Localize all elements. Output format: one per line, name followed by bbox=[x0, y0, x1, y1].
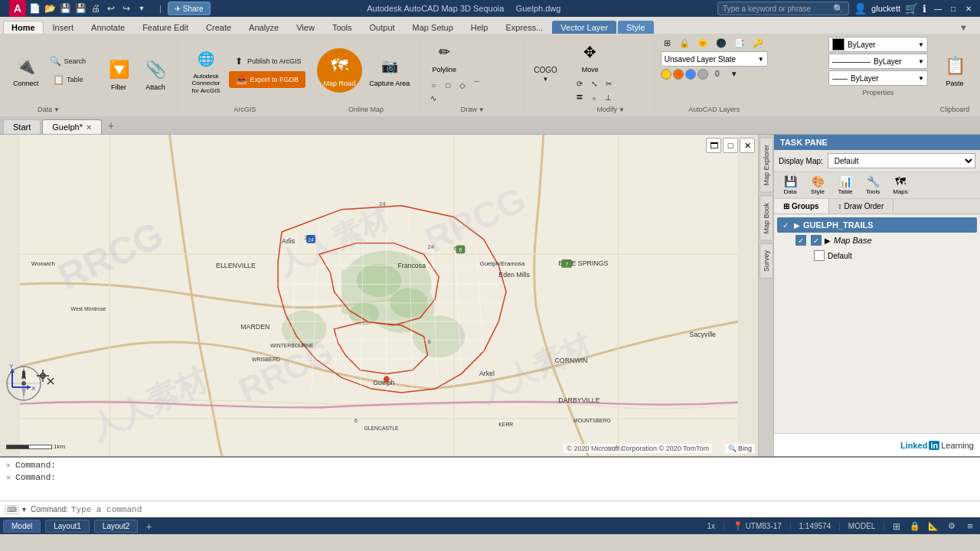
tab-create[interactable]: Create bbox=[198, 21, 240, 34]
user-icon[interactable]: 👤 bbox=[854, 2, 867, 15]
layers-tool-4[interactable]: 🌑 bbox=[713, 37, 730, 50]
grid-toggle[interactable]: ⊞ bbox=[890, 520, 903, 533]
draw-tool-1[interactable]: ○ bbox=[426, 78, 440, 92]
new-btn[interactable]: 📄 bbox=[28, 2, 41, 15]
draw-order-tab[interactable]: ↕ Draw Order bbox=[829, 199, 894, 214]
tab-insert[interactable]: Insert bbox=[44, 21, 83, 34]
undo-btn[interactable]: ↩ bbox=[104, 2, 118, 15]
map-base-expand[interactable]: ▶ bbox=[825, 236, 831, 245]
close-btn[interactable]: ✕ bbox=[962, 3, 975, 14]
tab-express[interactable]: Express... bbox=[497, 21, 551, 34]
mod-tool-5[interactable]: ⬦ bbox=[587, 90, 601, 104]
redo-btn[interactable]: ↪ bbox=[119, 2, 133, 15]
layer-color-btn[interactable]: 0 bbox=[710, 68, 725, 80]
map-area[interactable]: Francosa Eden Mills Guelph Arkel DARBYVI… bbox=[0, 135, 758, 456]
layers-tool-6[interactable]: 🔑 bbox=[750, 37, 766, 50]
cart-icon[interactable]: 🛒 bbox=[905, 2, 918, 15]
map-restore-btn[interactable]: □ bbox=[723, 138, 738, 153]
menu-icon[interactable]: ≡ bbox=[963, 520, 977, 533]
maximize-btn[interactable]: □ bbox=[946, 3, 960, 14]
layout1-tab[interactable]: Layout1 bbox=[45, 520, 90, 533]
move-button[interactable]: ✥ Move bbox=[573, 37, 608, 77]
layout2-tab[interactable]: Layout2 bbox=[94, 520, 139, 533]
default-checkbox[interactable] bbox=[814, 250, 825, 261]
tree-item-guelph-trails[interactable]: ✓ ▶ GUELPH_TRAILS bbox=[777, 217, 977, 233]
polyline-button[interactable]: ✏ Polyline bbox=[426, 37, 462, 77]
command-dropdown-arrow[interactable]: ▼ bbox=[21, 506, 28, 514]
tp-data-btn[interactable]: 💾 Data bbox=[779, 175, 802, 195]
model-tab[interactable]: Model bbox=[3, 520, 41, 533]
tab-feature-edit[interactable]: Feature Edit bbox=[134, 21, 197, 34]
app-icon[interactable]: A bbox=[9, 0, 26, 17]
side-tab-map-explorer[interactable]: Map Explorer bbox=[760, 138, 773, 193]
snap-toggle[interactable]: 🔒 bbox=[908, 520, 922, 533]
layer-props-btn[interactable]: ▼ bbox=[727, 68, 742, 80]
tab-help[interactable]: Help bbox=[462, 21, 497, 34]
draw-tool-4[interactable]: ⌒ bbox=[470, 78, 484, 92]
map-base-outer-checkbox[interactable]: ✓ bbox=[795, 235, 806, 246]
side-tab-survey[interactable]: Survey bbox=[760, 243, 773, 279]
tp-table-btn[interactable]: 📊 Table bbox=[834, 175, 857, 195]
tab-vector-layer[interactable]: Vector Layer bbox=[552, 21, 616, 34]
layers-tool-3[interactable]: 🌞 bbox=[694, 37, 711, 50]
username[interactable]: gluckett bbox=[871, 4, 900, 13]
data-group-arrow[interactable]: ▼ bbox=[54, 106, 60, 113]
draw-tool-2[interactable]: □ bbox=[441, 78, 455, 92]
tab-analyze[interactable]: Analyze bbox=[240, 21, 287, 34]
trails-expand-arrow[interactable]: ▶ bbox=[794, 221, 800, 230]
search-icon[interactable]: 🔍 bbox=[833, 4, 844, 14]
status-model[interactable]: MODEL bbox=[845, 521, 879, 531]
export-fgdb-button[interactable]: 📤 Export to FGDB bbox=[229, 71, 305, 88]
new-tab-button[interactable]: + bbox=[103, 117, 119, 134]
guelph-tab[interactable]: Guelph* ✕ bbox=[42, 119, 102, 134]
status-scale[interactable]: 1:149574 bbox=[796, 521, 835, 531]
layers-tool-2[interactable]: 🔒 bbox=[676, 37, 693, 50]
print-btn[interactable]: 🖨 bbox=[89, 2, 103, 15]
display-map-dropdown[interactable]: Default bbox=[828, 153, 975, 168]
attach-button[interactable]: 📎 Attach bbox=[138, 54, 173, 94]
qa-dropdown[interactable]: ▼ bbox=[135, 2, 149, 15]
publish-arcgis-button[interactable]: ⬆ Publish to ArcGIS bbox=[229, 53, 305, 70]
cogo-button[interactable]: COGO ▼ bbox=[530, 64, 561, 85]
map-close-btn[interactable]: ✕ bbox=[740, 138, 755, 153]
settings-icon[interactable]: ⚙ bbox=[945, 520, 959, 533]
map-minimize-btn[interactable]: 🗖 bbox=[706, 138, 721, 153]
connect-button[interactable]: 🔌 Connect bbox=[8, 51, 44, 90]
command-input-icon[interactable]: ⌨ bbox=[5, 505, 19, 514]
tree-item-map-base[interactable]: ✓ ✓ ▶ Map Base bbox=[777, 233, 977, 248]
minimize-btn[interactable]: — bbox=[931, 3, 945, 14]
trails-checkbox[interactable]: ✓ bbox=[780, 220, 791, 230]
ortho-toggle[interactable]: 📐 bbox=[926, 520, 940, 533]
command-input-field[interactable] bbox=[71, 505, 975, 514]
tab-annotate[interactable]: Annotate bbox=[83, 21, 133, 34]
tab-output[interactable]: Output bbox=[361, 21, 403, 34]
bylayer-lineweight-dropdown[interactable]: —— ByLayer ▼ bbox=[828, 70, 928, 86]
mod-tool-3[interactable]: ✂ bbox=[602, 78, 616, 90]
open-btn[interactable]: 📂 bbox=[43, 2, 57, 15]
groups-tab[interactable]: ⊞ Groups bbox=[774, 199, 829, 214]
bylayer-linetype-dropdown[interactable]: ————— ByLayer ▼ bbox=[828, 54, 928, 69]
tab-map-setup[interactable]: Map Setup bbox=[404, 21, 462, 34]
paste-button[interactable]: 📋 Paste bbox=[937, 51, 972, 90]
tree-item-default[interactable]: Default bbox=[777, 248, 977, 263]
map-road-button[interactable]: 🗺 Map Road bbox=[317, 48, 363, 93]
share-button[interactable]: ✈ Share bbox=[168, 2, 211, 15]
tp-style-btn[interactable]: 🎨 Style bbox=[806, 175, 829, 195]
search-input[interactable]: Type a keyword or phrase bbox=[723, 5, 830, 13]
status-1x[interactable]: 1x bbox=[704, 521, 718, 531]
status-coords[interactable]: 📍 UTM83-17 bbox=[730, 520, 785, 532]
tab-tools[interactable]: Tools bbox=[324, 21, 361, 34]
mod-tool-1[interactable]: ⟳ bbox=[573, 78, 586, 90]
unsaved-layer-state-dropdown[interactable]: Unsaved Layer State ▼ bbox=[661, 51, 768, 67]
tab-style[interactable]: Style bbox=[618, 21, 653, 34]
mod-tool-4[interactable]: 〓 bbox=[573, 90, 586, 104]
start-tab[interactable]: Start bbox=[3, 119, 41, 134]
cogo-dropdown[interactable]: ▼ bbox=[543, 76, 549, 83]
layers-tool-1[interactable]: ⊞ bbox=[661, 37, 675, 50]
search-button[interactable]: 🔍 Search bbox=[46, 53, 90, 70]
save-btn[interactable]: 💾 bbox=[58, 2, 72, 15]
side-tab-map-book[interactable]: Map Book bbox=[760, 196, 773, 241]
guelph-tab-close[interactable]: ✕ bbox=[86, 123, 92, 132]
mod-tool-6[interactable]: ⊥ bbox=[602, 90, 616, 104]
mod-tool-2[interactable]: ⤡ bbox=[587, 78, 601, 90]
